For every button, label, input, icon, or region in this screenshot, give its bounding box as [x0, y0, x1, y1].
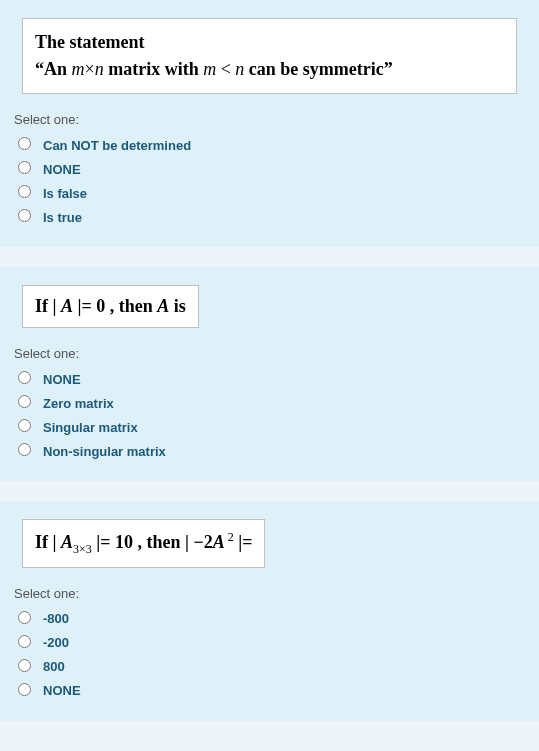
var-m: m [72, 59, 85, 79]
text: |= [234, 532, 253, 552]
option-label[interactable]: 800 [43, 655, 81, 679]
option-label[interactable]: Non-singular matrix [43, 439, 166, 463]
option-radio[interactable] [18, 209, 31, 222]
option-row: NONE [14, 157, 191, 181]
text: matrix with [104, 59, 203, 79]
option-row: 800 [14, 655, 81, 679]
option-label[interactable]: -200 [43, 631, 81, 655]
options-group: -800 -200 800 NONE [14, 607, 81, 703]
select-one-label: Select one: [14, 112, 525, 127]
option-label[interactable]: NONE [43, 157, 191, 181]
option-row: Non-singular matrix [14, 439, 166, 463]
var-n: n [95, 59, 104, 79]
select-one-label: Select one: [14, 346, 525, 361]
option-row: -200 [14, 631, 81, 655]
option-label[interactable]: Singular matrix [43, 415, 166, 439]
option-label[interactable]: -800 [43, 607, 81, 631]
lt-symbol: < [216, 59, 235, 79]
option-radio[interactable] [18, 659, 31, 672]
var-a: A [213, 532, 225, 552]
option-radio[interactable] [18, 635, 31, 648]
question-block: The statement “An m×n matrix with m < n … [0, 0, 539, 247]
option-label[interactable]: Can NOT be determined [43, 133, 191, 157]
question-block: If | A3×3 |= 10 , then | −2A 2 |= Select… [0, 501, 539, 721]
option-radio[interactable] [18, 161, 31, 174]
text: If | [35, 532, 61, 552]
option-row: Is true [14, 205, 191, 229]
question-prompt: The statement “An m×n matrix with m < n … [22, 18, 517, 94]
option-label[interactable]: NONE [43, 679, 81, 703]
var-a: A [157, 296, 169, 316]
options-group: NONE Zero matrix Singular matrix Non-sin… [14, 367, 166, 463]
option-radio[interactable] [18, 371, 31, 384]
option-radio[interactable] [18, 419, 31, 432]
var-m: m [203, 59, 216, 79]
times-symbol: × [85, 59, 95, 79]
option-row: NONE [14, 367, 166, 391]
text: If | [35, 296, 61, 316]
text: |= 0 , then [73, 296, 157, 316]
option-row: Singular matrix [14, 415, 166, 439]
var-a: A [61, 296, 73, 316]
var-n: n [235, 59, 244, 79]
option-label[interactable]: Is true [43, 205, 191, 229]
option-radio[interactable] [18, 611, 31, 624]
options-group: Can NOT be determined NONE Is false Is t… [14, 133, 191, 229]
subscript: 3×3 [73, 542, 92, 556]
option-radio[interactable] [18, 443, 31, 456]
option-label[interactable]: Zero matrix [43, 391, 166, 415]
prompt-line: The statement [35, 32, 144, 52]
option-row: Is false [14, 181, 191, 205]
text: can be symmetric” [244, 59, 392, 79]
option-radio[interactable] [18, 137, 31, 150]
option-radio[interactable] [18, 395, 31, 408]
question-prompt: If | A3×3 |= 10 , then | −2A 2 |= [22, 519, 265, 568]
superscript: 2 [225, 530, 234, 544]
option-row: Zero matrix [14, 391, 166, 415]
select-one-label: Select one: [14, 586, 525, 601]
option-label[interactable]: NONE [43, 367, 166, 391]
option-row: NONE [14, 679, 81, 703]
prompt-line: “An m×n matrix with m < n can be symmetr… [35, 59, 393, 79]
option-label[interactable]: Is false [43, 181, 191, 205]
option-row: Can NOT be determined [14, 133, 191, 157]
option-radio[interactable] [18, 683, 31, 696]
text: is [169, 296, 186, 316]
option-radio[interactable] [18, 185, 31, 198]
text: |= 10 , then | −2 [92, 532, 213, 552]
question-block: If | A |= 0 , then A is Select one: NONE… [0, 267, 539, 481]
question-prompt: If | A |= 0 , then A is [22, 285, 199, 328]
var-a: A [61, 532, 73, 552]
option-row: -800 [14, 607, 81, 631]
text: “An [35, 59, 72, 79]
